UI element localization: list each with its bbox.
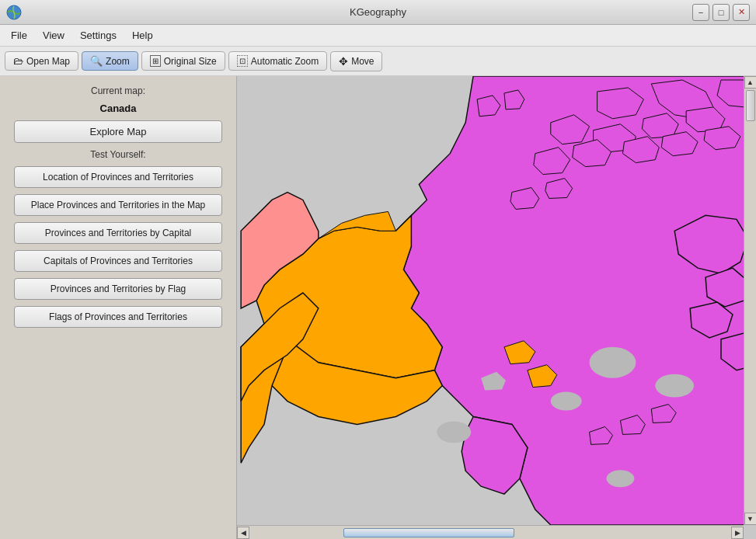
horizontal-scrollbar[interactable]: ◀ ▶ xyxy=(237,525,744,539)
automatic-zoom-icon: ⊡ xyxy=(237,55,248,67)
kgeography-icon xyxy=(6,5,22,20)
current-map-label: Current map: xyxy=(91,85,145,96)
zoom-label: Zoom xyxy=(106,56,130,67)
quiz-by-flag-button[interactable]: Provinces and Territories by Flag xyxy=(14,278,222,300)
svg-point-2 xyxy=(590,347,636,378)
scroll-left-button[interactable]: ◀ xyxy=(237,527,249,539)
current-map-name: Canada xyxy=(100,103,137,114)
svg-point-5 xyxy=(437,421,471,443)
open-map-button[interactable]: 🗁 Open Map xyxy=(5,51,78,71)
quiz-flags-button[interactable]: Flags of Provinces and Territories xyxy=(14,306,222,328)
scroll-h-thumb[interactable] xyxy=(343,528,514,537)
vertical-scrollbar[interactable]: ▲ ▼ xyxy=(744,76,756,525)
automatic-zoom-button[interactable]: ⊡ Automatic Zoom xyxy=(228,51,327,71)
quiz-place-button[interactable]: Place Provinces and Territories in the M… xyxy=(14,194,222,216)
quiz-capitals-button[interactable]: Capitals of Provinces and Territories xyxy=(14,250,222,272)
close-button[interactable]: ✕ xyxy=(733,4,750,21)
map-area[interactable]: ▲ ▼ ◀ ▶ xyxy=(237,76,756,539)
menu-bar: File View Settings Help xyxy=(0,25,756,47)
explore-map-button[interactable]: Explore Map xyxy=(14,120,222,143)
left-panel: Current map: Canada Explore Map Test You… xyxy=(0,76,237,539)
title-bar: KGeography − □ ✕ xyxy=(0,0,756,25)
main-content: Current map: Canada Explore Map Test You… xyxy=(0,76,756,539)
map-svg[interactable] xyxy=(237,76,756,525)
zoom-icon: 🔍 xyxy=(90,55,103,67)
move-icon: ✥ xyxy=(339,55,348,68)
maximize-button[interactable]: □ xyxy=(712,4,730,21)
move-label: Move xyxy=(351,56,374,67)
original-size-button[interactable]: ⊞ Original Size xyxy=(141,51,225,71)
title-bar-title: KGeography xyxy=(350,6,406,18)
scroll-v-thumb[interactable] xyxy=(746,90,755,121)
scroll-down-button[interactable]: ▼ xyxy=(744,513,757,525)
menu-settings[interactable]: Settings xyxy=(72,27,124,43)
original-size-label: Original Size xyxy=(164,56,217,67)
original-size-icon: ⊞ xyxy=(150,55,161,67)
move-button[interactable]: ✥ Move xyxy=(330,51,382,71)
scroll-right-button[interactable]: ▶ xyxy=(731,527,744,539)
title-bar-controls: − □ ✕ xyxy=(692,4,750,21)
menu-file[interactable]: File xyxy=(3,27,35,43)
folder-icon: 🗁 xyxy=(13,55,23,67)
svg-point-6 xyxy=(607,470,635,487)
menu-view[interactable]: View xyxy=(35,27,72,43)
test-yourself-label: Test Yourself: xyxy=(90,149,145,160)
svg-point-4 xyxy=(551,392,582,411)
title-bar-left xyxy=(6,5,22,20)
toolbar: 🗁 Open Map 🔍 Zoom ⊞ Original Size ⊡ Auto… xyxy=(0,47,756,76)
svg-point-3 xyxy=(655,374,694,398)
scroll-up-button[interactable]: ▲ xyxy=(744,76,757,89)
map-viewport[interactable] xyxy=(237,76,756,525)
quiz-location-button[interactable]: Location of Provinces and Territories xyxy=(14,166,222,188)
automatic-zoom-label: Automatic Zoom xyxy=(251,56,319,67)
scroll-v-track[interactable] xyxy=(745,89,756,513)
open-map-label: Open Map xyxy=(26,56,70,67)
scroll-h-track[interactable] xyxy=(250,527,730,538)
menu-help[interactable]: Help xyxy=(124,27,161,43)
quiz-by-capital-button[interactable]: Provinces and Territories by Capital xyxy=(14,222,222,244)
zoom-button[interactable]: 🔍 Zoom xyxy=(82,51,138,71)
minimize-button[interactable]: − xyxy=(692,4,709,21)
